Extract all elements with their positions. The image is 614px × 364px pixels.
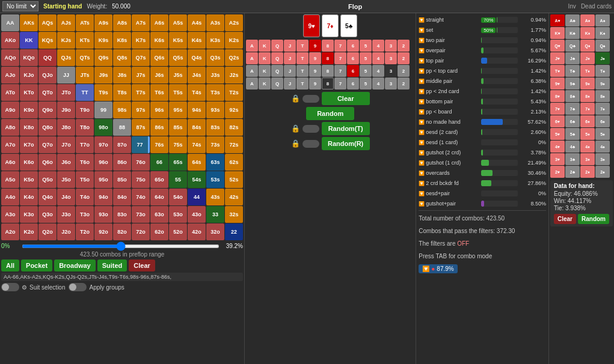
dead-card[interactable]: 7♠ [595,103,610,115]
hand-cell[interactable]: 66 [150,154,168,171]
hand-cell[interactable]: 53o [169,206,187,223]
hand-cell[interactable]: 87o [113,136,131,153]
dead-card[interactable]: 2♥ [550,166,565,178]
hand-cell[interactable]: 72s [225,136,243,153]
flop-deck-card[interactable]: 8 [322,40,334,52]
flop-deck-card[interactable]: 9 [309,77,321,89]
hand-cell[interactable]: T4s [188,84,206,101]
stat-filter-icon[interactable]: 🔽 [419,191,425,196]
hand-cell[interactable]: T7s [132,84,150,101]
dead-card[interactable]: K♣ [565,27,580,39]
flop-deck-card[interactable]: 3 [385,52,397,64]
hand-cell[interactable]: J7o [57,136,75,153]
flop-deck-card[interactable]: 5 [360,52,372,64]
hand-cell[interactable]: QTs [76,49,94,66]
flop-deck-card[interactable]: 6 [347,77,359,89]
dead-card[interactable]: K♠ [595,27,610,39]
flop-deck-card[interactable]: 8 [322,65,334,77]
hand-cell[interactable]: T8o [76,119,94,136]
dead-card[interactable]: J♦ [580,52,595,64]
suited-button[interactable]: Suited [97,259,127,271]
flop-deck-card[interactable]: K [259,65,271,77]
stat-filter-icon[interactable]: 🔽 [419,150,425,156]
stat-filter-icon[interactable]: 🔽 [419,171,425,176]
hand-cell[interactable]: K9o [20,102,38,118]
hand-cell[interactable]: 53s [206,171,224,188]
hand-cell[interactable]: A7s [132,14,150,31]
hand-cell[interactable]: J3o [57,206,75,223]
flop-deck-card[interactable]: A [246,65,258,77]
stat-filter-icon[interactable]: 🔽 [419,120,425,125]
dead-card[interactable]: A♦ [580,14,595,26]
hand-cell[interactable]: AQs [38,14,57,31]
flop-deck-card[interactable]: 8 [322,77,334,89]
hand-cell[interactable]: 52s [225,171,243,188]
flop-deck-card[interactable]: J [284,65,296,77]
dead-card[interactable]: K♦ [580,27,595,39]
hand-cell[interactable]: 75s [169,136,187,153]
stat-filter-icon[interactable]: 🔽 [419,38,425,43]
hand-cell[interactable]: T3o [76,206,94,223]
hand-cell[interactable]: A2o [1,223,19,240]
hand-cell[interactable]: 32o [206,223,224,240]
hand-cell[interactable]: 43s [206,189,224,205]
flop-deck-card[interactable]: 4 [372,77,384,89]
hand-cell[interactable]: 97o [94,136,112,153]
hand-cell[interactable]: Q8s [113,49,131,66]
hand-cell[interactable]: 88 [113,119,131,136]
hand-cell[interactable]: Q4o [38,189,57,205]
hand-cell[interactable]: Q2o [38,223,57,240]
hand-cell[interactable]: A4o [1,189,19,205]
hand-cell[interactable]: 82s [225,119,243,136]
hand-cell[interactable]: Q9s [94,49,112,66]
flop-deck-card[interactable]: K [259,52,271,64]
hand-cell[interactable]: 93s [206,102,224,118]
dead-card[interactable]: 6♣ [565,115,580,127]
hand-cell[interactable]: A6o [1,154,19,171]
hand-cell[interactable]: 74o [132,189,150,205]
stat-filter-icon[interactable]: 🔽 [419,109,425,115]
hand-cell[interactable]: K8o [20,119,38,136]
hand-cell[interactable]: Q8o [38,119,57,136]
flop-deck-card[interactable]: A [246,77,258,89]
f-filter-button[interactable]: 🔽 ● 87.9% [419,264,457,273]
dead-card[interactable]: T♠ [595,65,610,77]
hand-cell[interactable]: QQ [38,49,57,66]
dead-card[interactable]: 5♠ [595,128,610,140]
hand-cell[interactable]: J3s [206,67,224,83]
flop-deck-card[interactable]: 5 [360,77,372,89]
hand-cell[interactable]: A5s [169,14,187,31]
hand-cell[interactable]: Q5s [169,49,187,66]
flop-card-3[interactable]: 5♣ [340,14,357,37]
dead-card[interactable]: J♣ [565,52,580,64]
flop-deck-card[interactable]: 2 [398,52,410,64]
hand-cell[interactable]: T6o [76,154,94,171]
hand-cell[interactable]: J7s [132,67,150,83]
flop-deck-card[interactable]: 3 [385,65,397,77]
stat-filter-icon[interactable]: 🔽 [419,201,425,207]
hand-cell[interactable]: J2o [57,223,75,240]
hand-cell[interactable]: A8o [1,119,19,136]
flop-random-r-button[interactable]: Random(R) [322,137,370,150]
dead-card[interactable]: 7♦ [580,103,595,115]
hand-cell[interactable]: K6o [20,154,38,171]
dead-card[interactable]: T♥ [550,65,565,77]
flop-deck-card[interactable]: T [296,52,309,64]
hand-cell[interactable]: 43o [188,206,206,223]
hand-cell[interactable]: 54o [169,189,187,205]
dead-card[interactable]: A♠ [595,14,610,26]
hand-cell[interactable]: KTs [76,32,94,49]
dead-card[interactable]: Q♦ [580,40,595,52]
hand-cell[interactable]: A2s [225,14,243,31]
hand-cell[interactable]: T2o [76,223,94,240]
clear-toggle[interactable] [302,95,319,103]
dead-card[interactable]: 6♦ [580,115,595,127]
dead-card[interactable]: 3♣ [565,153,580,165]
hand-cell[interactable]: 96o [94,154,112,171]
hand-cell[interactable]: 74s [188,136,206,153]
dead-card[interactable]: 9♣ [565,77,580,89]
hand-cell[interactable]: 92o [94,223,112,240]
flop-random-t-button[interactable]: Random(T) [322,122,370,135]
hand-cell[interactable]: Q9o [38,102,57,118]
hand-cell[interactable]: 44 [188,189,206,205]
